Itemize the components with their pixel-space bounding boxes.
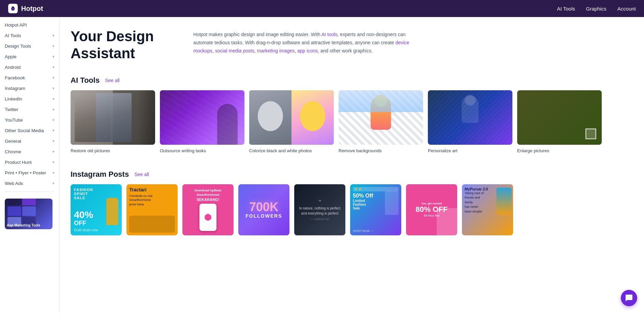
sidebar-item-facebook[interactable]: Facebook ▾ xyxy=(0,73,59,83)
hero-link-marketing[interactable]: marketing images xyxy=(257,48,295,53)
sidebar-label-design-tools: Design Tools xyxy=(5,44,31,49)
hero-link-icons[interactable]: app icons xyxy=(297,48,318,53)
sidebar-label-android: Android xyxy=(5,65,21,70)
sidebar-label-instagram: Instagram xyxy=(5,86,25,91)
ig-card-mypursar[interactable]: MyPursar 2.0 Taking care offriends andfa… xyxy=(462,184,513,235)
hero-link-social[interactable]: social media posts xyxy=(215,48,254,53)
ai-card-label-removebg: Remove backgrounds xyxy=(339,148,381,153)
sidebar-label-chrome: Chrome xyxy=(5,149,21,154)
ig-quote-mark: " xyxy=(318,199,321,206)
ig-card-fashion-sale[interactable]: FASHIONSPIRITSALE 40% OFF Grab deals now xyxy=(71,184,122,235)
sidebar-item-linkedin[interactable]: LinkedIn ▾ xyxy=(0,94,59,104)
ig-card-tractari[interactable]: Tractari Comanda cu maiSmartfrenHomepune… xyxy=(126,184,178,235)
ig-card-download-app[interactable]: Download AplikasiSmartfrenHomeSEKARANG! xyxy=(182,184,234,235)
chevron-icon: ▾ xyxy=(53,44,55,48)
sidebar: Hotpot API AI Tools ▾ Design Tools ▾ App… xyxy=(0,17,60,313)
instagram-carousel[interactable]: FASHIONSPIRITSALE 40% OFF Grab deals now… xyxy=(71,184,633,238)
ai-card-restore[interactable]: Restore old pictures xyxy=(71,90,155,154)
sidebar-item-twitter[interactable]: Twitter ▾ xyxy=(0,104,59,115)
sidebar-label-facebook: Facebook xyxy=(5,75,25,80)
ai-card-colorize[interactable]: Colorize black and white photos xyxy=(249,90,334,154)
instagram-section-header: Instagram Posts See all xyxy=(71,170,633,179)
chevron-icon: ▾ xyxy=(53,76,55,80)
sidebar-item-web-ads[interactable]: Web Ads ▾ xyxy=(0,178,59,189)
ai-card-enlarge[interactable]: Enlarge pictures xyxy=(517,90,602,154)
ig-text: 700K FOLLOWERS xyxy=(245,201,282,219)
ig-map xyxy=(129,216,175,233)
sidebar-bottom-label: App Marketing Tools xyxy=(7,223,50,227)
sidebar-item-print-flyer[interactable]: Print • Flyer • Poster ▾ xyxy=(0,168,59,178)
sidebar-bottom: App Marketing Tools xyxy=(0,194,59,233)
logo-text: Hotpot xyxy=(21,5,43,13)
ai-tools-header: AI Tools See all xyxy=(71,76,633,85)
nav-ai-tools[interactable]: AI Tools xyxy=(557,6,575,12)
sidebar-item-hotpot-api[interactable]: Hotpot API xyxy=(0,20,59,30)
chevron-icon: ▾ xyxy=(53,118,55,122)
ai-card-label-colorize: Colorize black and white photos xyxy=(249,148,312,153)
chat-bubble-button[interactable] xyxy=(621,290,637,306)
sidebar-item-instagram[interactable]: Instagram ▾ xyxy=(0,83,59,94)
ai-card-writing[interactable]: Outsource writing tasks xyxy=(160,90,244,154)
sidebar-item-ai-tools[interactable]: AI Tools ▾ xyxy=(0,30,59,41)
ai-card-img-removebg xyxy=(339,90,423,145)
sidebar-label-other-social: Other Social Media xyxy=(5,128,44,133)
header-nav: AI Tools Graphics Account xyxy=(557,6,636,12)
ig-phone xyxy=(496,188,512,215)
ig-text: Download AplikasiSmartfrenHomeSEKARANG! xyxy=(194,188,222,202)
ai-card-removebg[interactable]: Remove backgrounds xyxy=(339,90,423,154)
chevron-icon: ▾ xyxy=(53,33,55,38)
ai-tools-carousel[interactable]: Restore old pictures Outsource xyxy=(71,90,633,156)
sidebar-item-other-social[interactable]: Other Social Media ▾ xyxy=(0,125,59,136)
sidebar-label-hotpot-api: Hotpot API xyxy=(5,22,27,28)
logo[interactable]: Hotpot xyxy=(8,4,43,13)
ai-card-label-personalize: Personalize art xyxy=(428,148,458,153)
chevron-icon: ▾ xyxy=(53,128,55,133)
instagram-see-all[interactable]: See all xyxy=(134,172,149,177)
ai-tools-see-all[interactable]: See all xyxy=(105,78,120,83)
hero-section: Your DesignAssistant Hotpot makes graphi… xyxy=(71,28,633,62)
ai-card-label-writing: Outsource writing tasks xyxy=(160,148,206,153)
ig-card-fashion-50[interactable]: ⚡ ⚡ 50% Off LimitedFashionSale SHOP NOW … xyxy=(350,184,401,235)
logo-icon xyxy=(8,4,18,13)
sidebar-bottom-banner[interactable]: App Marketing Tools xyxy=(5,199,53,229)
chevron-icon: ▾ xyxy=(53,139,55,143)
ig-figure xyxy=(385,191,399,215)
ig-text: Yes, get excited xyxy=(421,202,442,205)
chevron-icon: ▾ xyxy=(53,97,55,101)
ai-card-label-enlarge: Enlarge pictures xyxy=(517,148,549,153)
instagram-section: Instagram Posts See all FASHIONSPIRITSAL… xyxy=(71,170,633,238)
nav-graphics[interactable]: Graphics xyxy=(586,6,606,12)
main-content: Your DesignAssistant Hotpot makes graphi… xyxy=(60,17,644,313)
ig-card-80off[interactable]: Yes, get excited 80% OFF 48-hour live xyxy=(406,184,457,235)
chevron-icon: ▾ xyxy=(53,107,55,112)
sidebar-item-design-tools[interactable]: Design Tools ▾ xyxy=(0,41,59,51)
chevron-icon: ▾ xyxy=(53,54,55,59)
ai-card-img-writing xyxy=(160,90,244,145)
ig-text: Tractari xyxy=(129,187,175,192)
nav-account[interactable]: Account xyxy=(617,6,636,12)
hero-description: Hotpot makes graphic design and image ed… xyxy=(193,28,415,55)
sidebar-label-linkedin: LinkedIn xyxy=(5,96,22,101)
sidebar-item-youtube[interactable]: YouTube ▾ xyxy=(0,115,59,125)
sidebar-item-product-hunt[interactable]: Product Hunt ▾ xyxy=(0,157,59,168)
sidebar-item-apple[interactable]: Apple ▾ xyxy=(0,51,59,62)
sidebar-divider xyxy=(5,191,55,192)
sidebar-label-youtube: YouTube xyxy=(5,118,23,123)
ig-card-700k[interactable]: 700K FOLLOWERS xyxy=(238,184,289,235)
ig-attr: — explore art xyxy=(311,217,329,221)
chat-icon xyxy=(625,294,633,302)
hero-link-ai-tools[interactable]: AI tools xyxy=(321,32,338,37)
sidebar-label-web-ads: Web Ads xyxy=(5,181,23,186)
sidebar-label-twitter: Twitter xyxy=(5,107,18,112)
svg-point-0 xyxy=(12,8,14,10)
sidebar-item-chrome[interactable]: Chrome ▾ xyxy=(0,146,59,157)
writing-img xyxy=(160,90,244,145)
sidebar-item-android[interactable]: Android ▾ xyxy=(0,62,59,73)
restore-img xyxy=(71,90,155,145)
sidebar-item-general[interactable]: General ▾ xyxy=(0,136,59,146)
ig-figure xyxy=(106,198,118,225)
ai-card-personalize[interactable]: Personalize art xyxy=(428,90,512,154)
chevron-icon: ▾ xyxy=(53,171,55,175)
instagram-title: Instagram Posts xyxy=(71,170,129,179)
ig-card-quote[interactable]: " In nature, nothing is perfect and ever… xyxy=(294,184,345,235)
